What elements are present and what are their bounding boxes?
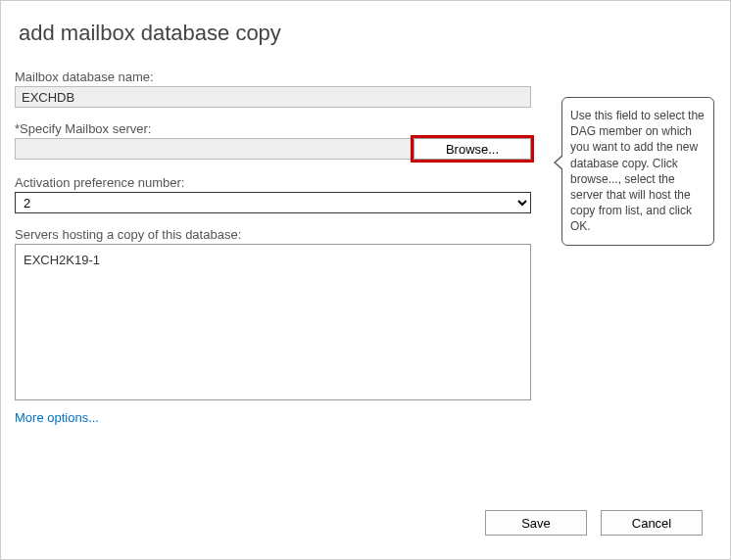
callout-text: Use this field to select the DAG member … [570,109,705,233]
browse-button[interactable]: Browse... [414,138,531,160]
server-input[interactable] [15,138,414,160]
hosting-block: Servers hosting a copy of this database:… [15,227,531,400]
hosting-label: Servers hosting a copy of this database: [15,227,531,242]
save-button[interactable]: Save [485,510,587,536]
help-callout: Use this field to select the DAG member … [561,97,714,246]
db-name-label: Mailbox database name: [15,70,531,84]
servers-listbox[interactable]: EXCH2K19-1 [15,244,531,400]
dialog-header: add mailbox database copy [1,1,730,64]
activation-select[interactable]: 2 [15,192,531,213]
db-name-value: EXCHDB [15,86,531,108]
server-block: *Specify Mailbox server: Browse... [15,121,531,160]
form-area: Mailbox database name: EXCHDB *Specify M… [1,70,545,425]
dialog-footer: Save Cancel [485,510,703,536]
page-title: add mailbox database copy [19,21,712,46]
cancel-button[interactable]: Cancel [601,510,703,536]
db-name-block: Mailbox database name: EXCHDB [15,70,531,108]
more-options-link[interactable]: More options... [15,410,99,425]
activation-label: Activation preference number: [15,175,531,190]
list-item[interactable]: EXCH2K19-1 [24,253,522,267]
activation-block: Activation preference number: 2 [15,175,531,213]
server-label: *Specify Mailbox server: [15,121,531,136]
